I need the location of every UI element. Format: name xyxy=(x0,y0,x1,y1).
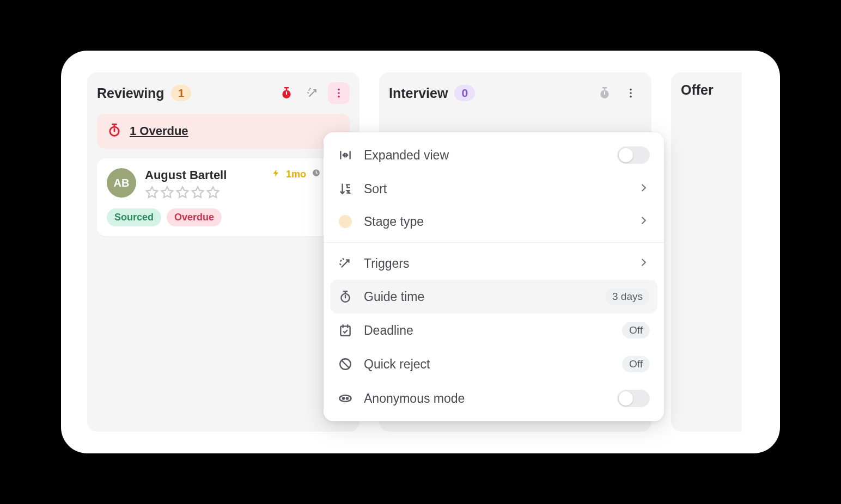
svg-point-13 xyxy=(343,397,344,399)
sort-icon xyxy=(338,181,353,196)
bolt-icon xyxy=(272,169,281,180)
more-menu-button[interactable] xyxy=(328,82,350,104)
menu-deadline[interactable]: Deadline Off xyxy=(324,314,664,347)
card-main: August Bartell xyxy=(145,168,227,200)
menu-guide-time[interactable]: Guide time 3 days xyxy=(330,280,657,314)
calendar-check-icon xyxy=(338,323,353,338)
ban-icon xyxy=(338,357,353,372)
overdue-banner[interactable]: 1 Overdue xyxy=(97,114,350,149)
clock-icon xyxy=(312,168,321,180)
tag-row: Sourced Overdue xyxy=(107,208,340,226)
quick-reject-value: Off xyxy=(622,356,650,372)
column-header: Reviewing 1 xyxy=(97,82,350,104)
toggle-switch[interactable] xyxy=(617,390,650,407)
stopwatch-icon xyxy=(338,289,353,304)
column-title: Offer xyxy=(681,82,714,97)
candidate-card[interactable]: AB August Bartell xyxy=(97,158,350,236)
tag-overdue: Overdue xyxy=(167,208,222,226)
svg-point-7 xyxy=(630,89,632,91)
menu-label: Sort xyxy=(364,182,387,196)
menu-anonymous-mode[interactable]: Anonymous mode xyxy=(324,381,664,416)
magic-wand-icon[interactable] xyxy=(302,82,324,104)
magic-wand-icon xyxy=(338,256,353,271)
column-reviewing: Reviewing 1 xyxy=(87,72,359,432)
stage-type-dot-icon xyxy=(338,214,353,229)
svg-point-8 xyxy=(630,92,632,94)
expand-icon xyxy=(338,147,353,163)
column-actions xyxy=(594,82,642,104)
svg-point-1 xyxy=(338,89,340,91)
candidate-name: August Bartell xyxy=(145,168,227,182)
menu-triggers[interactable]: Triggers xyxy=(324,247,664,280)
column-offer: Offer xyxy=(671,72,742,432)
chevron-right-icon xyxy=(638,182,650,196)
svg-point-14 xyxy=(346,397,348,399)
stopwatch-icon[interactable] xyxy=(594,82,615,104)
menu-label: Stage type xyxy=(364,214,424,229)
chevron-right-icon xyxy=(638,256,650,271)
more-menu-button[interactable] xyxy=(620,82,642,104)
chevron-right-icon xyxy=(638,214,650,229)
menu-label: Deadline xyxy=(364,323,413,338)
tag-sourced: Sourced xyxy=(107,208,161,226)
menu-quick-reject[interactable]: Quick reject Off xyxy=(324,347,664,381)
count-badge: 0 xyxy=(454,85,475,101)
column-header: Interview 0 xyxy=(389,82,642,104)
stopwatch-icon xyxy=(107,122,122,140)
divider xyxy=(324,242,664,243)
deadline-value: Off xyxy=(622,322,650,339)
menu-stage-type[interactable]: Stage type xyxy=(324,205,664,238)
column-title: Reviewing xyxy=(97,85,164,101)
stopwatch-icon[interactable] xyxy=(276,82,297,104)
menu-label: Expanded view xyxy=(364,148,449,163)
menu-label: Anonymous mode xyxy=(364,391,465,406)
svg-point-3 xyxy=(338,96,340,98)
menu-label: Triggers xyxy=(364,256,410,271)
app-canvas: Reviewing 1 xyxy=(61,51,780,453)
menu-sort[interactable]: Sort xyxy=(324,173,664,205)
svg-rect-11 xyxy=(340,326,350,335)
avatar: AB xyxy=(107,168,136,198)
kanban-board: Reviewing 1 xyxy=(61,72,758,432)
mask-icon xyxy=(338,391,353,406)
toggle-switch[interactable] xyxy=(617,146,650,164)
count-badge: 1 xyxy=(171,85,192,101)
svg-point-9 xyxy=(630,96,632,98)
guide-time-value: 3 days xyxy=(605,288,650,305)
column-title: Interview xyxy=(389,85,448,101)
column-actions xyxy=(276,82,350,104)
card-header: AB August Bartell xyxy=(107,168,340,200)
menu-label: Guide time xyxy=(364,290,424,304)
column-options-menu: Expanded view Sort xyxy=(324,132,664,421)
overdue-text: 1 Overdue xyxy=(130,124,188,138)
svg-point-2 xyxy=(338,92,340,94)
time-since-source: 1mo xyxy=(286,169,306,180)
menu-expanded-view[interactable]: Expanded view xyxy=(324,138,664,173)
menu-label: Quick reject xyxy=(364,357,430,372)
star-rating[interactable] xyxy=(145,186,227,200)
